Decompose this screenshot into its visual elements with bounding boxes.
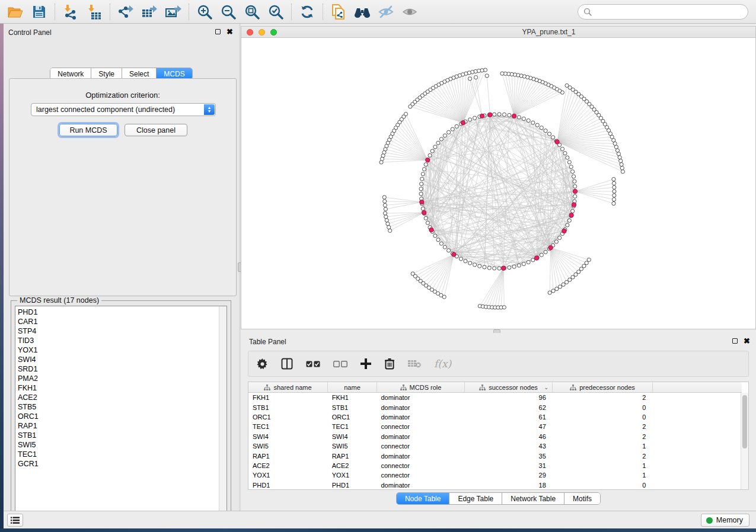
graph-node[interactable] xyxy=(612,198,615,201)
network-graph[interactable] xyxy=(241,38,755,329)
graph-node[interactable] xyxy=(442,295,446,299)
export-network-button[interactable] xyxy=(114,2,138,22)
result-node[interactable]: CAR1 xyxy=(18,317,218,326)
graph-node[interactable] xyxy=(424,216,428,220)
graph-node[interactable] xyxy=(555,287,559,290)
graph-node[interactable] xyxy=(562,283,565,286)
graph-node[interactable] xyxy=(508,113,511,117)
graph-node[interactable] xyxy=(512,114,516,118)
result-node[interactable]: PHD1 xyxy=(18,307,218,317)
graph-node[interactable] xyxy=(420,182,423,185)
zoom-selected-button[interactable] xyxy=(264,2,288,22)
table-row[interactable]: PHD1PHD1dominator180 xyxy=(248,480,741,489)
graph-node[interactable] xyxy=(443,245,446,249)
graph-node[interactable] xyxy=(388,229,392,232)
graph-node[interactable] xyxy=(582,264,586,268)
result-node[interactable]: STB5 xyxy=(18,402,218,412)
graph-node[interactable] xyxy=(554,240,558,243)
graph-node[interactable] xyxy=(567,219,571,222)
graph-node[interactable] xyxy=(493,267,496,270)
graph-node[interactable] xyxy=(421,207,425,210)
graph-node[interactable] xyxy=(567,161,571,164)
graph-node[interactable] xyxy=(562,229,566,233)
graph-node[interactable] xyxy=(424,163,428,166)
graph-node[interactable] xyxy=(573,194,577,198)
graph-node[interactable] xyxy=(436,141,440,145)
table-row[interactable]: SWI4SWI4dominator462 xyxy=(248,432,741,441)
graph-node[interactable] xyxy=(419,187,423,191)
result-node[interactable]: TID3 xyxy=(18,336,218,345)
result-node[interactable]: SRD1 xyxy=(18,364,218,374)
graph-node[interactable] xyxy=(565,84,569,87)
graph-node[interactable] xyxy=(386,222,390,226)
graph-node[interactable] xyxy=(382,196,386,199)
criterion-select[interactable]: largest connected component (undirected)… xyxy=(31,103,216,116)
select-all-button[interactable] xyxy=(306,361,320,367)
graph-node[interactable] xyxy=(452,252,456,257)
graph-node[interactable] xyxy=(428,153,432,157)
zoom-in-button[interactable] xyxy=(193,2,216,22)
column-header-successor-nodes[interactable]: successor nodes⌄ xyxy=(465,382,553,392)
graph-node[interactable] xyxy=(548,245,553,249)
graph-node[interactable] xyxy=(613,190,616,193)
graph-node[interactable] xyxy=(385,219,388,222)
result-node[interactable]: STB1 xyxy=(18,431,218,440)
column-header-name[interactable]: name xyxy=(328,382,377,392)
result-list-scrollbar[interactable] xyxy=(219,306,227,515)
graph-node[interactable] xyxy=(429,227,433,232)
table-row[interactable]: SWI5SWI5connector431 xyxy=(248,441,741,451)
graph-node[interactable] xyxy=(447,249,451,252)
graph-node[interactable] xyxy=(419,192,423,196)
graph-node[interactable] xyxy=(421,172,425,176)
graph-node[interactable] xyxy=(522,262,525,265)
graph-node[interactable] xyxy=(612,177,615,181)
graph-node[interactable] xyxy=(422,210,426,214)
table-settings-button[interactable] xyxy=(257,358,268,370)
column-header-MCDS-role[interactable]: MCDS role xyxy=(377,382,465,392)
graph-node[interactable] xyxy=(573,184,577,188)
table-row[interactable]: YOX1YOX1connector291 xyxy=(248,470,741,480)
graph-node[interactable] xyxy=(478,264,481,268)
graph-node[interactable] xyxy=(569,165,573,169)
table-row[interactable]: STB1STB1dominator620 xyxy=(248,402,741,412)
graph-node[interactable] xyxy=(485,74,489,78)
search-field[interactable] xyxy=(578,4,748,20)
graph-node[interactable] xyxy=(531,121,535,124)
refresh-button[interactable] xyxy=(295,2,319,22)
graph-node[interactable] xyxy=(383,203,387,207)
delete-column-button[interactable] xyxy=(384,358,395,370)
tab-edge-table[interactable]: Edge Table xyxy=(449,493,502,504)
result-node[interactable]: PMA2 xyxy=(18,374,218,383)
export-image-button[interactable] xyxy=(161,2,185,22)
graph-node[interactable] xyxy=(544,250,547,254)
run-mcds-button[interactable]: Run MCDS xyxy=(59,124,117,136)
result-node[interactable]: RAP1 xyxy=(18,421,218,431)
graph-node[interactable] xyxy=(455,124,458,128)
graph-node[interactable] xyxy=(384,215,388,219)
graph-node[interactable] xyxy=(512,265,516,268)
result-node[interactable]: SWI5 xyxy=(18,440,218,450)
result-node[interactable]: ACE2 xyxy=(18,393,218,402)
graph-node[interactable] xyxy=(612,201,615,205)
column-header-predecessor-nodes[interactable]: predecessor nodes xyxy=(553,382,653,392)
graph-node[interactable] xyxy=(439,242,443,245)
graph-node[interactable] xyxy=(540,253,543,257)
graph-node[interactable] xyxy=(502,306,506,309)
graph-node[interactable] xyxy=(558,236,562,239)
graph-node[interactable] xyxy=(573,189,577,193)
graph-node[interactable] xyxy=(555,140,559,144)
graph-node[interactable] xyxy=(451,127,454,131)
graph-node[interactable] xyxy=(527,118,530,122)
graph-node[interactable] xyxy=(548,291,551,294)
import-network-button[interactable] xyxy=(59,2,82,22)
graph-node[interactable] xyxy=(487,266,491,270)
graph-node[interactable] xyxy=(540,126,543,130)
graph-node[interactable] xyxy=(535,123,539,127)
graph-node[interactable] xyxy=(420,177,424,181)
result-node[interactable]: GCR1 xyxy=(18,459,218,469)
mcds-result-list[interactable]: PHD1CAR1STP4TID3YOX1SWI4SRD1PMA2FKH1ACE2… xyxy=(15,306,227,516)
graph-node[interactable] xyxy=(497,267,501,270)
graph-node[interactable] xyxy=(387,225,391,229)
graph-node[interactable] xyxy=(480,114,484,118)
graph-node[interactable] xyxy=(572,175,575,178)
